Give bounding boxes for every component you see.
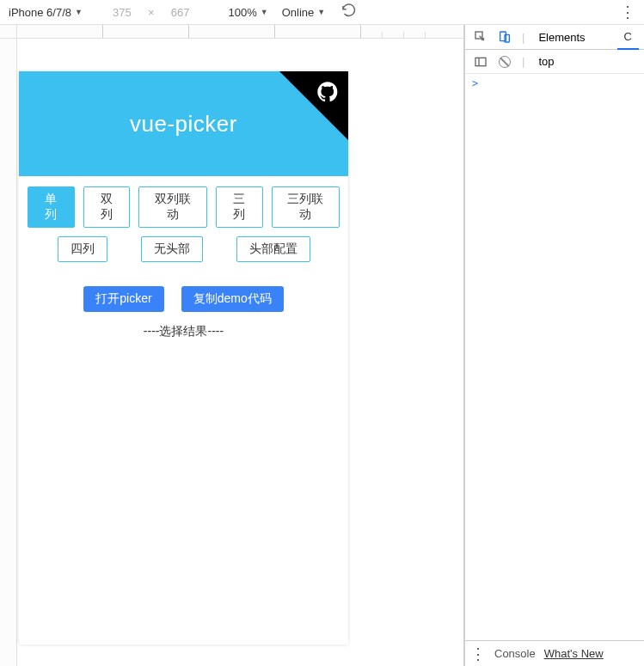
footer-tab-console[interactable]: Console [494,647,536,660]
options-container: 单列 双列 双列联动 三列 三列联动 四列 无头部 头部配置 打开picker … [19,176,348,350]
device-name: iPhone 6/7/8 [9,6,71,19]
width-input[interactable]: 375 [105,6,139,19]
result-text: ----选择结果---- [28,324,340,339]
open-picker-button[interactable]: 打开picker [83,286,163,312]
option-no-header[interactable]: 无头部 [141,236,203,262]
action-row: 打开picker 复制demo代码 [28,286,340,312]
devtools-tabs: | Elements C [465,25,644,50]
device-toolbar: iPhone 6/7/8 ▼ 375 × 667 100% ▼ Online ▼… [0,0,644,25]
main-area: vue-picker 单列 双列 双列联动 三列 三列联动 四列 无头部 头部配… [0,25,644,666]
console-toolbar: | top [465,50,644,74]
options-row-1: 单列 双列 双列联动 三列 三列联动 [28,186,340,228]
devtools-footer: ⋮ Console What's New [465,640,644,666]
height-input[interactable]: 667 [163,6,198,19]
options-row-2: 四列 无头部 头部配置 [28,236,340,262]
tab-console-partial[interactable]: C [617,25,639,50]
network-value: Online [282,6,315,19]
app-title: vue-picker [130,111,237,137]
option-triple-col[interactable]: 三列 [216,186,263,228]
device-frame: vue-picker 单列 双列 双列联动 三列 三列联动 四列 无头部 头部配… [19,71,348,645]
device-selector[interactable]: iPhone 6/7/8 ▼ [9,6,83,19]
zoom-value: 100% [229,6,257,19]
zoom-selector[interactable]: 100% ▼ [229,6,268,19]
separator: | [522,55,524,68]
option-quad-col[interactable]: 四列 [58,236,107,262]
chevron-down-icon: ▼ [317,8,325,16]
option-single-col[interactable]: 单列 [28,186,75,228]
devtools-pane: | Elements C | top > ⋮ Console What's Ne… [464,25,644,666]
context-selector[interactable]: top [531,55,561,68]
ruler-vertical [0,39,17,666]
sidebar-toggle-icon[interactable] [470,52,491,71]
option-header-config[interactable]: 头部配置 [236,236,310,262]
network-selector[interactable]: Online ▼ [282,6,326,19]
ruler-horizontal [17,25,463,39]
option-triple-linked[interactable]: 三列联动 [272,186,340,228]
chevron-down-icon: ▼ [75,8,83,16]
console-prompt: > [472,77,478,89]
app-header: vue-picker [19,71,348,176]
console-body[interactable]: > [465,74,644,640]
more-icon[interactable]: ⋮ [470,645,486,663]
rotate-icon[interactable] [340,3,356,21]
chevron-down-icon: ▼ [261,8,268,16]
footer-tab-whatsnew[interactable]: What's New [544,647,604,660]
clear-console-icon[interactable] [494,52,515,71]
copy-demo-button[interactable]: 复制demo代码 [181,286,284,312]
svg-rect-3 [475,58,486,65]
preview-pane: vue-picker 单列 双列 双列联动 三列 三列联动 四列 无头部 头部配… [0,25,464,666]
separator: | [522,31,524,44]
option-double-linked[interactable]: 双列联动 [138,186,206,228]
more-icon[interactable]: ⋮ [620,3,635,21]
option-double-col[interactable]: 双列 [83,186,131,228]
ruler-corner [0,25,17,39]
device-toggle-icon[interactable] [494,27,515,46]
dimension-separator: × [148,6,155,19]
github-icon[interactable] [316,80,340,107]
inspect-icon[interactable] [470,27,491,46]
tab-elements[interactable]: Elements [531,31,592,44]
